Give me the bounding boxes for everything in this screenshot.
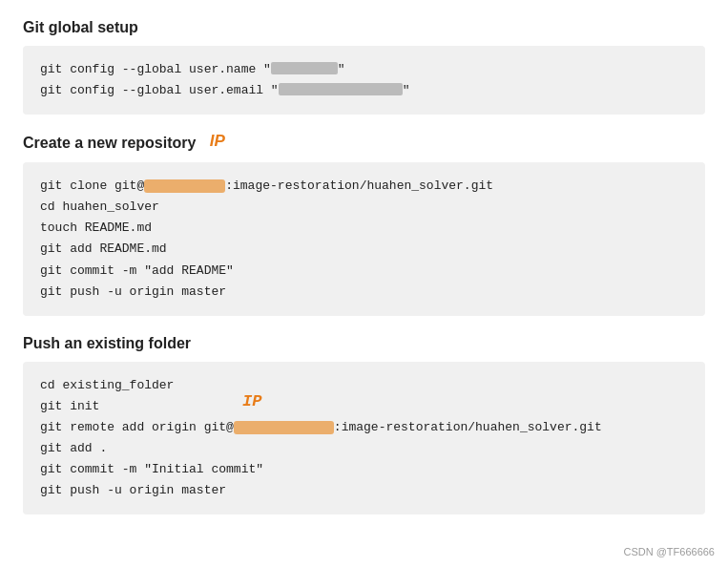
code-line-git-add-readme: git add README.md (40, 239, 688, 260)
code-line-commit: git commit -m "add README" (40, 261, 688, 282)
push-existing-folder-title: Push an existing folder (23, 335, 705, 352)
git-global-setup-title: Git global setup (23, 19, 705, 36)
watermark: CSDN @TF666666 (623, 546, 715, 557)
code-line-git-init: git init (40, 396, 688, 417)
code-line-username: git config --global user.name "" (40, 59, 688, 80)
remote-host-redacted (234, 421, 334, 434)
push-existing-folder-section: Push an existing folder IP cd existing_f… (23, 335, 705, 515)
code-line-initial-commit: git commit -m "Initial commit" (40, 459, 688, 480)
create-new-repo-code: git clone git@ :image-restoration/huahen… (23, 162, 705, 316)
code-line-cd-existing: cd existing_folder (40, 375, 688, 396)
code-line-clone: git clone git@ :image-restoration/huahen… (40, 176, 688, 197)
clone-host-redacted (144, 179, 225, 193)
code-line-remote-add: git remote add origin git@ :image-restor… (40, 417, 688, 438)
create-new-repo-title: Create a new repository IP (23, 134, 705, 153)
code-line-push-master: git push -u origin master (40, 282, 688, 303)
ip-annotation-create: IP (210, 132, 225, 150)
code-line-cd: cd huahen_solver (40, 197, 688, 218)
code-line-email: git config --global user.email "" (40, 80, 688, 101)
git-global-setup-code: git config --global user.name "" git con… (23, 46, 705, 115)
code-line-touch: touch README.md (40, 218, 688, 239)
username-redacted (271, 62, 338, 74)
push-existing-folder-code: IP cd existing_folder git init git remot… (23, 362, 705, 515)
code-line-git-add-dot: git add . (40, 438, 688, 459)
git-global-setup-section: Git global setup git config --global use… (23, 19, 705, 115)
create-new-repo-section: Create a new repository IP git clone git… (23, 134, 705, 316)
code-line-push-origin: git push -u origin master (40, 480, 688, 501)
email-redacted (279, 83, 403, 95)
